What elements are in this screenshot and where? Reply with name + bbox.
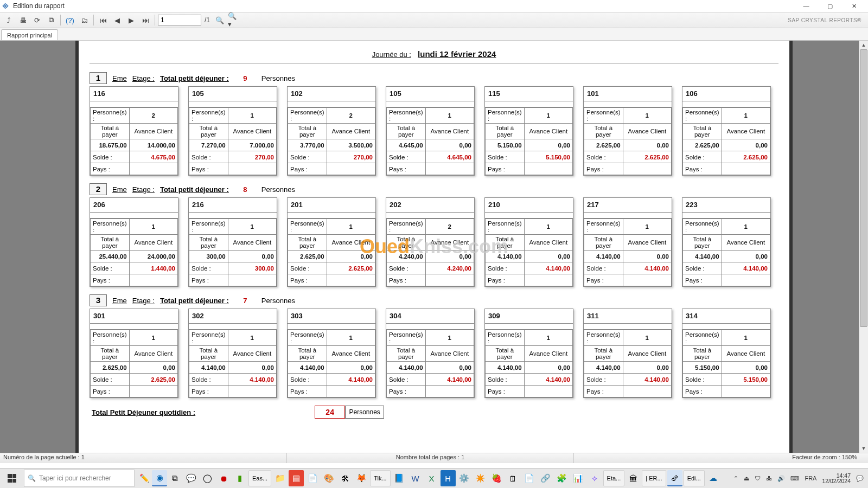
app-icon-3[interactable]: 📄 [305, 470, 320, 486]
app-icon-1[interactable]: ◯ [200, 470, 215, 486]
crystal-reports-icon[interactable]: 🗞 [667, 470, 682, 486]
avance-label: Avance Client [524, 346, 572, 362]
total-value: 4.140,00 [683, 251, 722, 262]
floor-header: 2EmeEtage :Total petit déjeuner :8Person… [90, 179, 778, 197]
pays-label: Pays : [387, 163, 426, 175]
scroll-up-arrow[interactable]: ▲ [859, 41, 868, 49]
paint-icon[interactable]: 🎨 [321, 470, 336, 486]
app-icon-8[interactable]: 📊 [571, 470, 586, 486]
calendar-icon[interactable]: 🗓 [506, 470, 521, 486]
main-report-tab[interactable]: Rapport principal [1, 29, 58, 40]
notepad-icon[interactable]: 📘 [392, 470, 407, 486]
avance-value: 0,00 [425, 362, 474, 374]
scroll-down-arrow[interactable]: ▼ [859, 444, 868, 453]
floor-petit-dej-label: Total petit déjeuner : [160, 185, 229, 194]
zoom-button[interactable]: 🔍▾ [227, 14, 240, 27]
word-icon[interactable]: W [408, 470, 423, 486]
page-number-input[interactable] [158, 15, 201, 25]
avance-label: Avance Client [623, 235, 671, 251]
window-title: Edition du rapport [13, 2, 794, 10]
record-icon[interactable]: ⏺ [216, 470, 231, 486]
next-page-button[interactable]: ▶ [125, 14, 138, 27]
ink-workspace-icon[interactable]: ✏️ [137, 470, 152, 486]
vertical-scrollbar[interactable]: ▲ ▼ [859, 41, 868, 453]
doc-icon[interactable]: 📄 [522, 470, 537, 486]
tray-network-icon[interactable]: 🖧 [766, 475, 772, 481]
total-value: 2.625,00 [683, 139, 722, 151]
persons-value: 1 [623, 108, 671, 124]
avance-label: Avance Client [228, 346, 276, 362]
cortana-icon[interactable]: ◉ [152, 470, 167, 486]
persons-label: Personne(s) : [91, 330, 130, 346]
app-icon-9[interactable]: ⟡ [587, 470, 602, 486]
floor-petit-dej-label: Total petit déjeuner : [160, 297, 229, 305]
excel-icon[interactable]: X [424, 470, 439, 486]
total-value: 300,00 [189, 251, 228, 262]
persons-label: Personne(s) : [584, 108, 623, 124]
tray-language[interactable]: FRA [805, 475, 816, 481]
onedrive-icon[interactable]: ☁ [706, 470, 721, 486]
bank-icon[interactable]: 🏛 [626, 470, 641, 486]
tray-clock[interactable]: 14:47 12/02/2024 [822, 473, 851, 484]
room-card: 206Personne(s) :1Total à payerAvance Cli… [90, 197, 178, 287]
task-edi[interactable]: Edi... [684, 470, 705, 486]
app-icon-4[interactable]: ✴️ [473, 470, 488, 486]
settings-icon[interactable]: ⚙️ [457, 470, 472, 486]
pays-label: Pays : [486, 274, 525, 286]
parameters-button[interactable]: (?) [63, 14, 76, 27]
app-icon-2[interactable]: ▮ [232, 470, 247, 486]
maximize-button[interactable]: ▢ [818, 0, 842, 12]
room-card: 223Personne(s) :1Total à payerAvance Cli… [682, 197, 771, 287]
app-icon-5[interactable]: 🍓 [489, 470, 505, 486]
tray-icon-2[interactable]: 🛡 [755, 475, 761, 481]
copy-button[interactable]: ⧉ [44, 14, 58, 27]
persons-value: 2 [425, 219, 474, 235]
todoist-icon[interactable]: ▤ [289, 470, 304, 486]
taskview-icon[interactable]: ⧉ [167, 470, 182, 486]
start-button[interactable] [0, 468, 24, 488]
app-icon-7[interactable]: 🧩 [554, 470, 570, 486]
pays-label: Pays : [288, 386, 327, 397]
pays-label: Pays : [387, 274, 426, 286]
pays-value [228, 386, 276, 397]
app-icon-6[interactable]: 🔗 [538, 470, 553, 486]
task-tik[interactable]: Tik... [370, 470, 390, 486]
prev-page-button[interactable]: ◀ [111, 14, 124, 27]
pays-value [327, 163, 375, 175]
room-number: 105 [386, 87, 474, 101]
export-button[interactable]: ⤴ [2, 14, 15, 27]
hotel-icon[interactable]: H [441, 470, 456, 486]
scroll-thumb[interactable] [860, 49, 867, 327]
tray-volume-icon[interactable]: 🔊 [777, 475, 785, 482]
tray-chevron-up-icon[interactable]: ⌃ [733, 475, 738, 482]
firefox-icon[interactable]: 🦊 [354, 470, 369, 486]
first-page-button[interactable]: ⏮ [97, 14, 110, 27]
tray-icon-1[interactable]: ⏏ [744, 475, 749, 482]
windows-taskbar: 🔍 Taper ici pour rechercher ✏️ ◉ ⧉ 💬 ◯ ⏺… [0, 468, 868, 488]
pays-label: Pays : [189, 386, 228, 397]
system-tray[interactable]: ⌃ ⏏ 🛡 🖧 🔊 ⌨ FRA 14:47 12/02/2024 💬 [729, 473, 868, 484]
close-button[interactable]: ✕ [842, 0, 866, 12]
find-button[interactable]: 🔍 [213, 14, 226, 27]
group-tree-button[interactable]: 🗂 [78, 14, 91, 27]
tray-notifications-icon[interactable]: 💬 [856, 475, 864, 482]
total-label: Total à payer [91, 235, 130, 251]
explorer-icon[interactable]: 📁 [272, 470, 288, 486]
persons-value: 1 [129, 330, 177, 346]
room-card: 311Personne(s) :1Total à payerAvance Cli… [583, 309, 672, 398]
persons-label: Personne(s) : [288, 330, 327, 346]
tools-icon[interactable]: 🛠 [337, 470, 353, 486]
last-page-button[interactable]: ⏭ [139, 14, 152, 27]
tray-keyboard-icon[interactable]: ⌨ [790, 475, 799, 482]
total-value: 7.270,00 [189, 139, 228, 151]
persons-label: Personne(s) : [288, 219, 327, 235]
taskbar-search[interactable]: 🔍 Taper ici pour rechercher [24, 470, 135, 487]
whatsapp-icon[interactable]: 💬 [183, 470, 199, 486]
print-button[interactable]: 🖶 [16, 14, 29, 27]
task-er[interactable]: | ER... [642, 470, 666, 486]
refresh-button[interactable]: ⟳ [30, 14, 43, 27]
task-eta[interactable]: Eta... [603, 470, 625, 486]
minimize-button[interactable]: ― [794, 0, 818, 12]
pays-value [524, 386, 572, 397]
task-eas[interactable]: Eas... [248, 470, 271, 486]
